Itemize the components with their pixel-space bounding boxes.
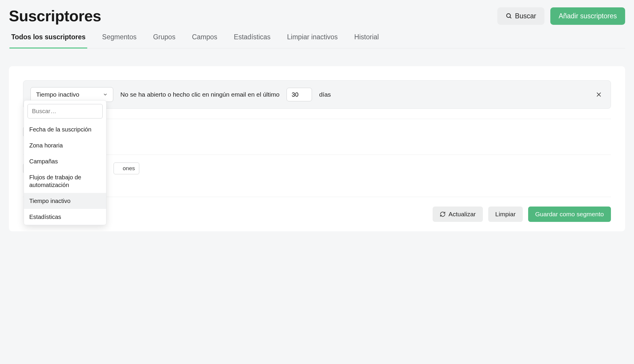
condition-type-value: Tiempo inactivo [36,91,79,98]
tab-segments[interactable]: Segmentos [102,33,136,48]
tab-history[interactable]: Historial [354,33,379,48]
tab-all-subscribers[interactable]: Todos los suscriptores [11,33,85,48]
panel-footer: Actualizar Limpiar Guardar como segmento [23,197,611,231]
dropdown-option[interactable]: Campañas [24,153,106,169]
tab-clean-inactive[interactable]: Limpiar inactivos [287,33,338,48]
search-button[interactable]: Buscar [497,7,545,25]
svg-line-1 [510,17,511,18]
partial-button-label: ones [123,165,135,172]
refresh-button-label: Actualizar [449,211,476,218]
add-subscribers-button[interactable]: Añadir suscriptores [550,7,625,25]
tabs-nav: Todos los suscriptores Segmentos Grupos … [9,33,625,48]
header-actions: Buscar Añadir suscriptores [497,7,625,25]
add-subscribers-label: Añadir suscriptores [559,12,617,20]
dropdown-option[interactable]: Estadísticas [24,209,106,225]
search-button-label: Buscar [515,12,536,20]
filter-condition-row: Tiempo inactivo No se ha abierto o hecho… [23,80,611,109]
save-segment-button[interactable]: Guardar como segmento [528,207,611,222]
chevron-down-icon [103,92,108,97]
remove-condition-button[interactable] [594,90,604,99]
tab-fields[interactable]: Campos [192,33,217,48]
close-icon [596,92,602,98]
condition-description: No se ha abierto o hecho clic en ningún … [120,91,279,98]
add-condition-row [23,119,611,144]
days-suffix: días [319,91,331,98]
page-title: Suscriptores [9,7,101,25]
search-icon [506,13,512,19]
filter-panel: Tiempo inactivo No se ha abierto o hecho… [9,66,625,231]
dropdown-option[interactable]: Tiempo inactivo [24,193,106,209]
save-segment-label: Guardar como segmento [535,211,604,218]
refresh-button[interactable]: Actualizar [433,207,483,222]
add-group-row: ones [23,155,611,182]
clear-button[interactable]: Limpiar [488,207,523,222]
dropdown-option[interactable]: Fecha de la suscripción [24,121,106,137]
refresh-icon [440,211,446,217]
tab-statistics[interactable]: Estadísticas [234,33,271,48]
dropdown-option[interactable]: Flujos de trabajo de automatización [24,169,106,193]
days-input[interactable] [287,88,312,101]
dropdown-option[interactable]: Zona horaria [24,137,106,153]
clear-button-label: Limpiar [495,211,516,218]
condition-type-dropdown: Fecha de la suscripción Zona horaria Cam… [24,100,106,225]
dropdown-options-list[interactable]: Fecha de la suscripción Zona horaria Cam… [24,121,106,225]
tab-groups[interactable]: Grupos [153,33,175,48]
dropdown-search-input[interactable] [28,104,103,118]
partial-button[interactable]: ones [114,162,139,174]
condition-type-select[interactable]: Tiempo inactivo [30,87,113,102]
